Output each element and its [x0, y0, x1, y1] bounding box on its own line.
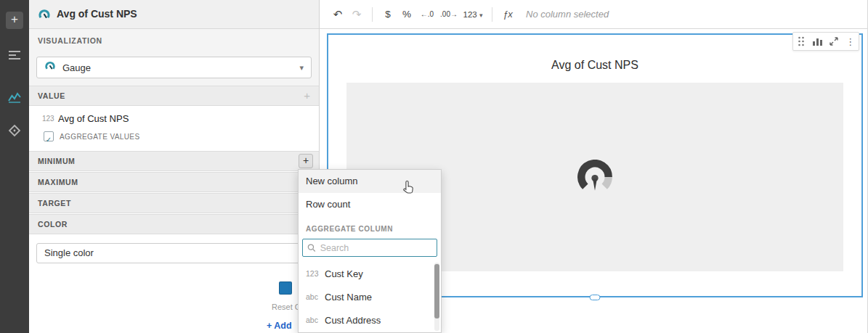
fx-icon: ƒx — [498, 9, 517, 20]
check-icon: ✓ — [46, 136, 52, 144]
increase-decimal-button[interactable]: .00→ — [438, 10, 460, 18]
search-icon — [307, 243, 316, 252]
drag-handle[interactable] — [794, 34, 808, 49]
bar-chart-icon — [812, 36, 824, 46]
column-name: Cust Name — [325, 292, 372, 303]
chart-type-button[interactable] — [811, 34, 825, 49]
config-panel: Avg of Cust NPS VISUALIZATION Gauge ▾ VA… — [29, 0, 320, 333]
rail-chart-button[interactable] — [6, 89, 23, 106]
currency-format-button[interactable]: $ — [378, 9, 397, 20]
color-mode-select[interactable]: Single color — [36, 243, 312, 263]
search-input[interactable] — [320, 243, 432, 253]
column-list: 123 Cust Key abc Cust Name abc Cust Addr… — [299, 262, 441, 332]
column-name: Cust Key — [325, 268, 363, 279]
viz-type-select[interactable]: Gauge ▾ — [36, 57, 312, 78]
value-section-header[interactable]: VALUE + — [29, 86, 319, 106]
add-element-button[interactable]: + — [6, 12, 23, 29]
color-section-header[interactable]: COLOR — [29, 214, 319, 234]
color-section-body: Single color Reset C + Add — [29, 235, 319, 333]
menu-item-row-count[interactable]: Row count — [299, 193, 441, 216]
panel-title: Avg of Cust NPS — [57, 0, 137, 28]
visualization-zone: VISUALIZATION Gauge ▾ — [29, 29, 319, 86]
column-search — [302, 239, 437, 257]
aggregate-values-checkbox[interactable]: ✓ — [44, 131, 54, 141]
more-options-button[interactable]: ⋮ — [843, 34, 858, 49]
format-toolbar: ↶ ↷ $ % ←.0 .00→ 123 ▾ ƒx No column sele… — [320, 0, 867, 29]
viz-type-value: Gauge — [62, 62, 91, 73]
maximize-button[interactable] — [827, 34, 841, 49]
number-format-button[interactable]: 123 ▾ — [460, 10, 486, 19]
plus-icon: + — [11, 12, 18, 26]
undo-button[interactable]: ↶ — [328, 8, 347, 21]
app-window: + — [0, 0, 868, 333]
maximum-section-label: MAXIMUM — [38, 173, 78, 192]
add-value-button[interactable]: + — [304, 86, 310, 105]
column-option-cust-name[interactable]: abc Cust Name — [299, 285, 441, 308]
column-option-cust-key[interactable]: 123 Cust Key — [299, 262, 441, 285]
column-type-label: abc — [299, 316, 317, 324]
chevron-down-icon: ▾ — [299, 63, 304, 73]
expand-icon — [829, 36, 839, 46]
field-name: Avg of Cust NPS — [58, 110, 129, 128]
formula-bar[interactable]: No column selected — [526, 9, 867, 20]
minimum-section-label: MINIMUM — [38, 152, 75, 170]
resize-handle[interactable] — [590, 295, 601, 300]
chart-title: Avg of Cust NPS — [328, 59, 861, 72]
value-section-label: VALUE — [38, 86, 65, 105]
drag-dots-icon — [798, 36, 805, 46]
gauge-icon — [38, 8, 51, 24]
visualization-label: VISUALIZATION — [38, 36, 102, 45]
add-minimum-button[interactable]: + — [299, 154, 313, 168]
color-swatch[interactable] — [279, 281, 292, 295]
percent-format-button[interactable]: % — [397, 9, 416, 20]
rail-outline-button[interactable] — [6, 46, 23, 64]
gauge-icon — [44, 60, 56, 75]
aggregate-values-row: ✓ AGGREGATE VALUES — [29, 130, 319, 144]
number-format-label: 123 — [463, 10, 477, 19]
column-option-cust-address[interactable]: abc Cust Address — [299, 308, 441, 332]
column-type-label: 123 — [299, 269, 317, 278]
element-toolbar: ⋮ — [792, 32, 859, 51]
color-section-label: COLOR — [38, 215, 68, 234]
minimum-section-header[interactable]: MINIMUM + — [29, 151, 319, 171]
redo-button[interactable]: ↷ — [347, 8, 366, 21]
rail-format-button[interactable] — [6, 122, 23, 139]
chevron-down-icon: ▾ — [479, 12, 483, 19]
target-section-label: TARGET — [38, 194, 71, 213]
panel-header: Avg of Cust NPS — [29, 0, 319, 29]
popup-scrollbar-thumb[interactable] — [434, 264, 439, 318]
toolbar-divider — [492, 7, 492, 22]
menu-item-new-column[interactable]: New column — [299, 170, 441, 193]
decrease-decimal-button[interactable]: ←.0 — [416, 10, 438, 18]
value-field-row[interactable]: 123 Avg of Cust NPS — [29, 110, 319, 128]
add-link[interactable]: + Add — [267, 321, 292, 331]
toolbar-divider — [372, 7, 373, 22]
format-paint-icon — [8, 124, 21, 137]
reset-colors-link[interactable]: Reset C — [272, 303, 301, 311]
outline-icon — [8, 49, 21, 61]
chart-icon — [8, 91, 21, 103]
add-minimum-menu: New column Row count AGGREGATE COLUMN 12… — [298, 169, 442, 333]
maximum-section-header[interactable]: MAXIMUM — [29, 172, 319, 192]
aggregate-values-label: AGGREGATE VALUES — [60, 130, 140, 144]
field-type-label: 123 — [42, 110, 54, 128]
popup-scrollbar[interactable] — [434, 263, 439, 331]
aggregate-column-label: AGGREGATE COLUMN — [299, 225, 441, 233]
column-name: Cust Address — [325, 315, 381, 326]
gauge-chart — [575, 160, 615, 194]
left-icon-rail: + — [0, 0, 29, 333]
target-section-header[interactable]: TARGET — [29, 193, 319, 213]
column-type-label: abc — [299, 292, 317, 301]
